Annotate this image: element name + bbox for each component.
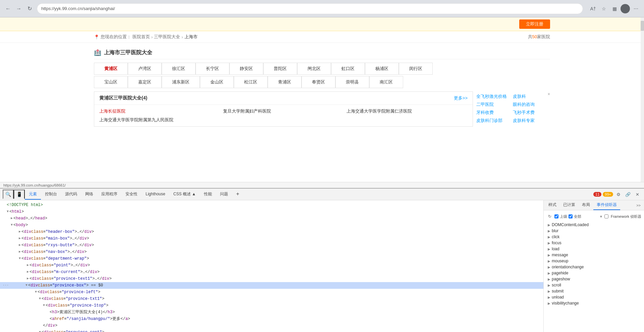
reload-button[interactable]: ↻: [25, 4, 34, 13]
event-item-blur[interactable]: ▶ blur: [546, 228, 641, 234]
code-line-a-more[interactable]: <a href="/sanjia/huangpu/" >更多</a>: [0, 316, 543, 322]
district-chongming[interactable]: 崇明县: [335, 76, 369, 88]
expand-depwrap[interactable]: ▼: [19, 256, 21, 262]
event-item-focus[interactable]: ▶ focus: [546, 240, 641, 246]
district-hongkou[interactable]: 虹口区: [331, 63, 365, 75]
expand-mainbox[interactable]: ▶: [19, 236, 21, 242]
hospital-link-changzheng[interactable]: 上海长征医院: [99, 108, 220, 114]
sidebar-link-zhuanjia[interactable]: 皮肤科专家: [513, 118, 547, 124]
devtools-close-btn[interactable]: ✕: [633, 190, 641, 198]
expand-headerbox[interactable]: ▶: [19, 229, 21, 235]
code-line-depwrap[interactable]: ▼ <div class="department-wrap" >: [0, 255, 543, 262]
profile-avatar[interactable]: [621, 4, 630, 13]
code-line-headerbox[interactable]: ▶ <div class="header-box" >…</div>: [0, 228, 543, 235]
district-jiading[interactable]: 嘉定区: [128, 76, 162, 88]
devtools-tab-issues[interactable]: 问题: [216, 189, 232, 200]
district-luwan[interactable]: 卢湾区: [128, 63, 162, 75]
code-line-h3[interactable]: <h3>黄浦区三甲医院大全(4)</h3>: [0, 309, 543, 316]
expand-ptext1[interactable]: ▶: [27, 276, 29, 282]
back-button[interactable]: ←: [3, 4, 13, 13]
expand-province-left[interactable]: ▼: [35, 289, 37, 295]
forward-button[interactable]: →: [14, 4, 23, 13]
code-line-rxys[interactable]: ▶ <div class="rxys-butte" >…</div>: [0, 242, 543, 249]
register-button[interactable]: 立即注册: [519, 19, 550, 29]
expand-province-txt1[interactable]: ▼: [39, 296, 41, 302]
devtools-tab-lighthouse[interactable]: Lighthouse: [142, 190, 169, 199]
event-item-pageshow[interactable]: ▶ pageshow: [546, 276, 641, 282]
expand-province-cont[interactable]: ▼: [39, 329, 41, 332]
event-triangle-visibility[interactable]: ▶: [548, 302, 550, 305]
event-item-message[interactable]: ▶ message: [546, 252, 641, 258]
hospital-link-fudan[interactable]: 复旦大学附属妇产科医院: [223, 108, 344, 114]
expand-head[interactable]: ▶: [11, 215, 13, 221]
devtools-tab-css[interactable]: CSS 概述 ▲: [169, 189, 200, 200]
expand-navbox[interactable]: ▶: [19, 249, 21, 255]
account-button[interactable]: A†: [588, 4, 598, 13]
event-item-unload[interactable]: ▶ unload: [546, 294, 641, 300]
event-refresh-btn[interactable]: ↻: [546, 213, 553, 220]
event-item-visibilitychange[interactable]: ▶ visibilitychange: [546, 300, 641, 306]
district-changning[interactable]: 长宁区: [196, 63, 229, 75]
code-line-province-txt1[interactable]: ▼ <div class="province-txt1" >: [0, 295, 543, 302]
sidebar-link-menzhen[interactable]: 皮肤科门诊部: [476, 118, 511, 124]
filter-upper-checkbox[interactable]: [554, 214, 558, 218]
right-panel-tab-styles[interactable]: 样式: [545, 200, 560, 210]
sidebar-link-erjia[interactable]: 二甲医院: [476, 102, 511, 108]
event-item-click[interactable]: ▶ click: [546, 234, 641, 240]
event-triangle-pageshow[interactable]: ▶: [548, 277, 550, 281]
code-line-html[interactable]: ▼ <html>: [0, 208, 543, 215]
devtools-share-btn[interactable]: 🔗: [624, 190, 632, 198]
code-line-point[interactable]: ▶ <div class="point" >…</div>: [0, 262, 543, 269]
webpage-scrollbar-thumb[interactable]: [641, 21, 644, 31]
expand-point[interactable]: ▶: [27, 262, 29, 268]
event-triangle-submit[interactable]: ▶: [548, 289, 550, 293]
framework-checkbox[interactable]: [604, 214, 608, 218]
event-item-domcontentloaded[interactable]: ▶ DOMContentLoaded: [546, 222, 641, 228]
district-pudong[interactable]: 浦东新区: [162, 76, 200, 88]
district-jingan[interactable]: 静安区: [229, 63, 263, 75]
district-nanhui[interactable]: 南汇区: [369, 76, 403, 88]
code-line-close-div1[interactable]: </div>: [0, 322, 543, 329]
devtools-tab-application[interactable]: 应用程序: [97, 189, 121, 200]
devtools-tab-device[interactable]: 📱: [14, 190, 25, 199]
event-item-submit[interactable]: ▶ submit: [546, 288, 641, 294]
event-item-orientationchange[interactable]: ▶ orientationchange: [546, 264, 641, 270]
expand-rxys[interactable]: ▶: [19, 242, 21, 248]
expand-body[interactable]: ▼: [11, 222, 13, 228]
devtools-tab-security[interactable]: 安全性: [121, 189, 142, 200]
star-button[interactable]: ☆: [599, 4, 608, 13]
event-triangle[interactable]: ▶: [548, 223, 550, 227]
code-line-mainbox[interactable]: ▶ <div class="main-box" >…</div>: [0, 235, 543, 242]
district-minhang[interactable]: 闵行区: [399, 63, 433, 75]
code-line-province-left[interactable]: ▼ <div class="province-left" >: [0, 289, 543, 295]
sidebar-link-yaoshoufei[interactable]: 牙科收费: [476, 110, 511, 116]
right-panel-tab-layout[interactable]: 布局: [579, 200, 593, 210]
menu-button[interactable]: ⋯: [631, 4, 641, 13]
expand-pbox[interactable]: ▼: [25, 282, 28, 288]
code-line-doctype[interactable]: <!DOCTYPE html>: [0, 202, 543, 208]
event-triangle-orientation[interactable]: ▶: [548, 265, 550, 269]
devtools-settings-btn[interactable]: ⚙: [614, 190, 623, 198]
event-triangle-focus[interactable]: ▶: [548, 241, 550, 245]
code-scroll-area[interactable]: <!DOCTYPE html> ▼ <html> ▶ <head>…</head…: [0, 200, 543, 332]
code-line-head[interactable]: ▶ <head>…</head>: [0, 215, 543, 222]
code-line-mcurrent[interactable]: ▶ <div class="m-current" >…</div>: [0, 269, 543, 275]
devtools-tab-inspect[interactable]: 🔍: [3, 190, 14, 199]
event-triangle-load[interactable]: ▶: [548, 247, 550, 251]
event-triangle-blur[interactable]: ▶: [548, 229, 550, 233]
sidebar-link-yanjing[interactable]: 眼科的咨询: [513, 102, 547, 108]
event-triangle-mouseup[interactable]: ▶: [548, 259, 550, 263]
district-zhabet[interactable]: 闸北区: [297, 63, 331, 75]
address-bar[interactable]: https://yyk.99.com.cn/sanjia/shanghai/: [37, 3, 583, 14]
sidebar-link-feimiao2[interactable]: 飞秒手术费: [513, 110, 547, 116]
sidebar-close-btn[interactable]: ×: [547, 91, 550, 96]
right-panel-tab-events[interactable]: 事件侦听器: [593, 200, 620, 210]
breadcrumb-home[interactable]: 医院首页: [132, 34, 150, 40]
tab-button[interactable]: ▦: [610, 4, 619, 13]
framework-expand[interactable]: ▼: [599, 215, 603, 218]
district-huangpu[interactable]: 黄浦区: [94, 63, 128, 75]
district-putuo[interactable]: 普陀区: [263, 63, 297, 75]
code-line-ptext1[interactable]: ▶ <div class="province-text1" >…</div>: [0, 275, 543, 282]
event-triangle-pagehide[interactable]: ▶: [548, 271, 550, 275]
code-line-province-1top[interactable]: ▼ <div class="province-1top" >: [0, 302, 543, 309]
